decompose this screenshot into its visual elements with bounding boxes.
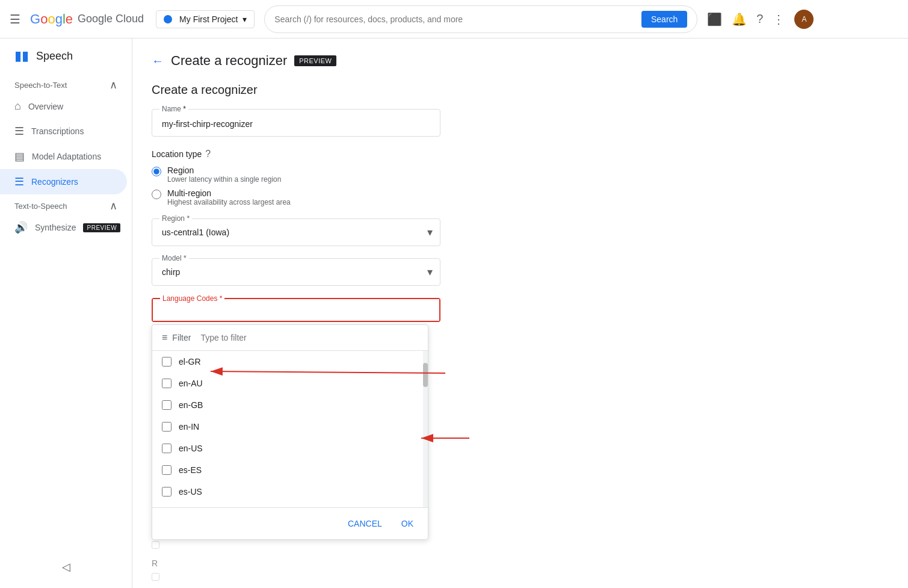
partial-checkbox-2[interactable] [152,573,159,581]
location-type-group: Location type ? Region Lower latency wit… [152,149,889,206]
checkbox-en-US[interactable] [162,444,171,453]
radio-option-multi-region[interactable]: Multi-region Highest availability across… [152,188,889,206]
popup-footer: CANCEL OK [152,507,428,539]
language-ok-button[interactable]: OK [397,515,418,532]
option-label-es-US: es-US [179,487,202,497]
option-en-AU[interactable]: en-AU [152,373,428,394]
filter-label: Filter [172,333,191,342]
notifications-icon[interactable]: 🔔 [732,12,747,26]
model-field-label: Model * [159,254,189,262]
sidebar-item-model-adaptations[interactable]: ▤ Model Adaptations [0,144,127,169]
region-dropdown-wrapper: Region * us-central1 (Iowa) ▾ [152,218,440,246]
back-button[interactable]: ← [152,54,164,68]
filter-input[interactable] [200,333,418,342]
radio-multi-region[interactable] [152,190,161,199]
terminal-icon[interactable]: ⬛ [707,12,722,26]
sidebar-item-recognizers-label: Recognizers [31,177,78,187]
project-name: My First Project [179,14,238,24]
section-tts-label: Text-to-Speech [14,202,67,211]
location-type-radio-group: Region Lower latency within a single reg… [152,166,889,206]
option-es-US[interactable]: es-US [152,481,428,503]
option-label-en-IN: en-IN [179,422,199,432]
name-input[interactable] [162,114,430,131]
sidebar-app-title: ▮▮ Speech [0,39,132,73]
option-label-en-US: en-US [179,444,203,453]
nav-icons: ⬛ 🔔 ? ⋮ A [707,10,814,29]
filter-icon: ≡ [162,332,167,343]
checkbox-en-IN[interactable] [162,422,171,432]
sidebar: ▮▮ Speech Speech-to-Text ∧ ⌂ Overview ☰ … [0,39,132,588]
radio-region-desc: Lower latency within a single region [167,175,281,184]
project-selector[interactable]: My First Project ▾ [156,10,255,28]
radio-option-region[interactable]: Region Lower latency within a single reg… [152,166,889,184]
model-adaptations-icon: ▤ [14,150,25,163]
option-es-ES[interactable]: es-ES [152,459,428,481]
option-en-IN[interactable]: en-IN [152,416,428,438]
chevron-down-icon: ▾ [242,14,247,24]
radio-multi-region-desc: Highest availability across largest area [167,198,291,206]
search-button[interactable]: Search [641,11,687,28]
help-icon[interactable]: ? [756,12,763,26]
option-et-EE[interactable]: et-EE [152,503,428,507]
partial-section-r2: R [152,559,889,581]
sidebar-item-synthesize-label: Synthesize [35,223,76,232]
region-field-group: Region * us-central1 (Iowa) ▾ [152,218,889,246]
model-dropdown-wrapper: Model * chirp ▾ [152,258,440,286]
collapse-sidebar[interactable]: ◁ [0,560,132,574]
sidebar-item-overview[interactable]: ⌂ Overview [0,94,127,119]
checkbox-el-GR[interactable] [162,357,171,367]
synthesize-icon: 🔊 [14,221,28,234]
name-field-label: Name * [159,105,188,113]
language-codes-wrapper: Language Codes * [152,298,440,322]
radio-region[interactable] [152,167,161,176]
option-en-GB[interactable]: en-GB [152,394,428,416]
location-type-label: Location type ? [152,149,889,159]
google-cloud-logo: Google Google Cloud [30,11,144,27]
language-codes-label: Language Codes * [160,294,224,303]
name-field-group: Name * [152,109,889,137]
options-list: el-GR en-AU en-GB en-IN [152,351,428,507]
model-field-group: Model * chirp ▾ [152,258,889,286]
option-el-GR[interactable]: el-GR [152,351,428,373]
search-input[interactable] [274,14,632,24]
section-stt-label: Speech-to-Text [14,81,67,90]
region-select[interactable]: us-central1 (Iowa) [152,219,440,246]
partial-r1-checkbox-row [152,541,889,549]
layout: ▮▮ Speech Speech-to-Text ∧ ⌂ Overview ☰ … [0,39,908,588]
hamburger-icon[interactable]: ☰ [10,12,20,26]
option-en-US[interactable]: en-US [152,438,428,459]
name-input-wrapper: Name * [152,109,440,137]
more-icon[interactable]: ⋮ [773,12,785,26]
option-label-es-ES: es-ES [179,465,202,475]
checkbox-es-ES[interactable] [162,465,171,475]
home-icon: ⌂ [14,100,21,113]
checkbox-es-US[interactable] [162,487,171,497]
checkbox-en-GB[interactable] [162,400,171,410]
synthesize-preview-badge: PREVIEW [83,223,120,232]
option-label-el-GR: el-GR [179,357,201,367]
partial-r2-checkbox-row [152,573,889,581]
search-bar: Search [264,5,697,33]
scrollbar-thumb [423,363,428,387]
location-type-help-icon[interactable]: ? [205,149,211,159]
recognizers-icon: ☰ [14,175,24,188]
form-title: Create a recognizer [152,83,889,97]
collapse-icon[interactable]: ◁ [62,560,70,574]
checkbox-en-AU[interactable] [162,379,171,388]
radio-multi-region-label: Multi-region [167,188,291,198]
language-codes-group: Language Codes * ≡ Filter el-GR [152,298,889,322]
avatar[interactable]: A [794,10,814,29]
model-select[interactable]: chirp [152,259,440,285]
transcriptions-icon: ☰ [14,125,24,138]
sidebar-item-transcriptions-label: Transcriptions [31,126,84,136]
sidebar-item-synthesize[interactable]: 🔊 Synthesize PREVIEW [0,215,127,240]
google-g-icon: Google [30,11,73,27]
page-header: ← Create a recognizer PREVIEW [152,53,889,69]
partial-checkbox-1[interactable] [152,541,159,549]
cloud-text: Google Cloud [78,13,144,25]
option-label-en-GB: en-GB [179,400,203,410]
language-cancel-button[interactable]: CANCEL [343,515,387,532]
sidebar-item-recognizers[interactable]: ☰ Recognizers [0,169,127,194]
sidebar-item-transcriptions[interactable]: ☰ Transcriptions [0,119,127,144]
speech-icon: ▮▮ [14,48,29,64]
